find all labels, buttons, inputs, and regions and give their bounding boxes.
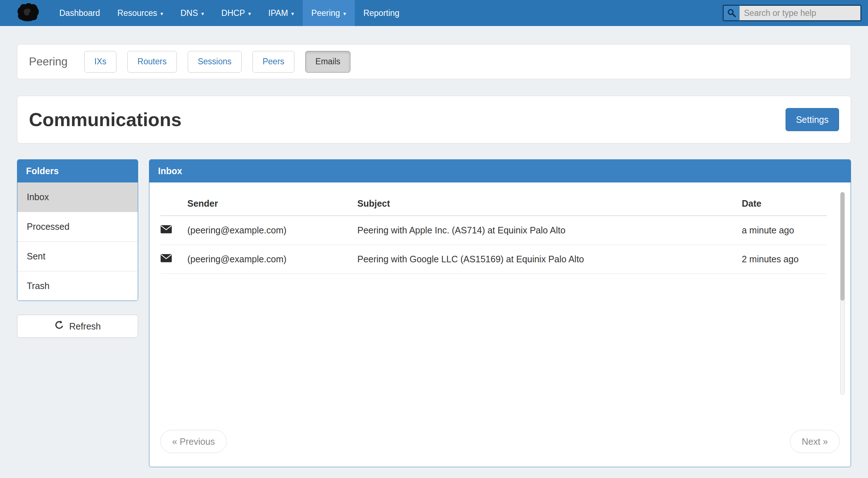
nav-item-reporting[interactable]: Reporting [355, 0, 408, 26]
email-subject[interactable]: Peering with Apple Inc. (AS714) at Equin… [357, 216, 742, 245]
col-header-date: Date [742, 193, 827, 216]
nav-item-dashboard[interactable]: Dashboard [51, 0, 109, 26]
email-table: Sender Subject Date [160, 193, 827, 274]
email-sender: (peering@example.com) [187, 245, 357, 274]
envelope-icon [160, 254, 172, 263]
email-row[interactable]: (peering@example.com) Peering with Googl… [160, 245, 827, 274]
nav-item-label: DHCP [221, 8, 245, 18]
previous-page-button[interactable]: « Previous [160, 430, 227, 453]
search-icon[interactable] [723, 5, 739, 21]
refresh-button[interactable]: Refresh [17, 315, 138, 338]
section-title: Peering [29, 55, 68, 68]
nav-item-peering[interactable]: Peering ▾ [303, 0, 355, 26]
nav-item-label: Peering [311, 8, 340, 18]
nav-item-dns[interactable]: DNS ▾ [172, 0, 213, 26]
col-header-sender: Sender [187, 193, 357, 216]
app-logo[interactable] [17, 0, 41, 26]
folder-item-inbox[interactable]: Inbox [17, 182, 138, 212]
email-table-wrap: Sender Subject Date [160, 193, 840, 274]
inbox-panel: Inbox Sender Subject Date [149, 159, 851, 467]
email-table-header-row: Sender Subject Date [160, 193, 827, 216]
folders-panel-header: Folders [17, 160, 138, 182]
routers-button[interactable]: Routers [127, 51, 177, 73]
folder-item-processed[interactable]: Processed [17, 212, 138, 242]
ixs-button[interactable]: IXs [84, 51, 116, 73]
email-subject[interactable]: Peering with Google LLC (AS15169) at Equ… [357, 245, 742, 274]
refresh-button-label: Refresh [69, 321, 101, 332]
envelope-icon [160, 225, 172, 234]
chevron-down-icon: ▾ [248, 10, 251, 17]
col-header-icon [160, 193, 187, 216]
nav-item-resources[interactable]: Resources ▾ [109, 0, 172, 26]
emails-button[interactable]: Emails [305, 51, 350, 73]
top-navbar: Dashboard Resources ▾ DNS ▾ DHCP ▾ IPAM … [0, 0, 868, 26]
email-date: 2 minutes ago [742, 245, 827, 274]
global-search [723, 5, 861, 21]
email-sender: (peering@example.com) [187, 216, 357, 245]
folder-item-sent[interactable]: Sent [17, 242, 138, 271]
page-header-card: Communications Settings [17, 96, 851, 143]
sessions-button[interactable]: Sessions [188, 51, 242, 73]
gorilla-logo-icon [17, 3, 41, 23]
nav-item-label: IPAM [268, 8, 288, 18]
nav-item-label: Resources [118, 8, 157, 18]
inbox-body: Sender Subject Date [149, 182, 851, 467]
next-page-button[interactable]: Next » [790, 430, 840, 453]
folders-column: Folders Inbox Processed Sent Trash Refre… [17, 159, 138, 338]
col-header-subject: Subject [357, 193, 742, 216]
nav-item-label: Dashboard [59, 8, 100, 18]
page-title: Communications [29, 109, 182, 130]
main-content: Folders Inbox Processed Sent Trash Refre… [17, 159, 851, 467]
search-input[interactable] [739, 5, 861, 21]
nav-item-label: Reporting [363, 8, 400, 18]
folder-item-trash[interactable]: Trash [17, 271, 138, 301]
chevron-down-icon: ▾ [291, 10, 294, 17]
table-scrollbar[interactable] [840, 192, 845, 395]
email-date: a minute ago [742, 216, 827, 245]
chevron-down-icon: ▾ [343, 10, 346, 17]
nav-item-label: DNS [180, 8, 198, 18]
chevron-down-icon: ▾ [160, 10, 163, 17]
main-nav: Dashboard Resources ▾ DNS ▾ DHCP ▾ IPAM … [51, 0, 408, 26]
peering-toolbar: Peering IXs Routers Sessions Peers Email… [17, 44, 851, 79]
peers-button[interactable]: Peers [252, 51, 294, 73]
nav-item-dhcp[interactable]: DHCP ▾ [213, 0, 260, 26]
email-row[interactable]: (peering@example.com) Peering with Apple… [160, 216, 827, 245]
inbox-panel-header: Inbox [149, 160, 851, 182]
pagination: « Previous Next » [160, 430, 840, 467]
folders-panel: Folders Inbox Processed Sent Trash [17, 159, 138, 301]
refresh-icon [54, 320, 64, 332]
scrollbar-thumb[interactable] [841, 192, 844, 301]
settings-button[interactable]: Settings [786, 108, 839, 131]
nav-item-ipam[interactable]: IPAM ▾ [260, 0, 303, 26]
navbar-spacer [408, 0, 723, 26]
chevron-down-icon: ▾ [201, 10, 204, 17]
